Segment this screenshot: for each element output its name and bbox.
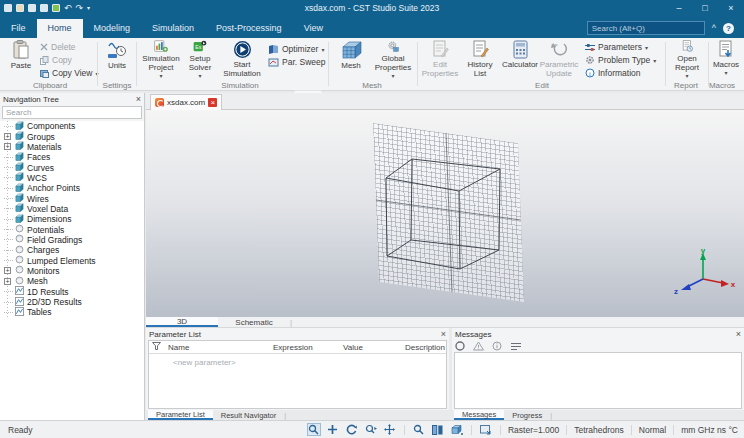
open-report-button[interactable]: Open Report▾ — [668, 40, 706, 80]
tree-item-groups[interactable]: +Groups — [0, 131, 144, 141]
pan-icon[interactable] — [326, 423, 340, 436]
viewport-3d[interactable]: y x z — [146, 110, 744, 317]
delete-button[interactable]: Delete — [40, 41, 76, 53]
maximize-button[interactable]: □ — [692, 0, 718, 16]
paste-button[interactable]: Paste — [4, 40, 38, 80]
mesh-view-button[interactable]: Mesh — [332, 40, 370, 80]
collapse-ribbon-icon[interactable]: ^ — [712, 23, 716, 33]
rotate-icon[interactable] — [345, 423, 359, 436]
column-description[interactable]: Description — [401, 343, 445, 352]
history-list-button[interactable]: History List — [462, 40, 498, 80]
edit-properties-button[interactable]: Edit Properties — [420, 40, 460, 80]
filter-errors-icon[interactable] — [455, 341, 465, 351]
warning-icon[interactable] — [473, 341, 484, 351]
message-list-icon[interactable] — [510, 342, 522, 351]
tab-parameter-list[interactable]: Parameter List — [148, 410, 213, 420]
help-icon[interactable]: ? — [723, 23, 734, 34]
expand-icon[interactable]: + — [4, 278, 11, 285]
close-tab-icon[interactable]: × — [208, 98, 217, 107]
calculator-button[interactable]: Calculator — [499, 40, 541, 80]
tree-search[interactable] — [2, 106, 142, 119]
expand-icon[interactable]: + — [4, 133, 11, 140]
tree-item-tables[interactable]: Tables — [0, 307, 144, 317]
par-sweep-button[interactable]: Par. Sweep — [268, 56, 325, 68]
tab-modeling[interactable]: Modeling — [83, 19, 142, 38]
tree-item-charges[interactable]: Charges — [0, 245, 144, 255]
copy-doc-icon[interactable] — [40, 4, 48, 12]
status-mode[interactable]: Normal — [639, 425, 666, 435]
setup-solver-button[interactable]: Es Setup Solver▾ — [182, 40, 218, 80]
column-expression[interactable]: Expression — [269, 343, 339, 352]
tree-item-field-gradings[interactable]: Field Gradings — [0, 235, 144, 245]
tree-item-lumped-elements[interactable]: Lumped Elements — [0, 255, 144, 265]
parameters-button[interactable]: Parameters▾ — [585, 41, 648, 53]
close-icon[interactable]: × — [441, 329, 446, 339]
minimize-button[interactable]: – — [666, 0, 692, 16]
zoom-select-icon[interactable] — [307, 423, 321, 436]
tab-post-processing[interactable]: Post-Processing — [205, 19, 293, 38]
close-icon[interactable]: × — [736, 329, 741, 339]
open-file-icon[interactable] — [16, 4, 24, 12]
expand-icon[interactable]: + — [4, 267, 11, 274]
tree-item-2d3d-results[interactable]: 2D/3D Results — [0, 297, 144, 307]
zoom-icon[interactable] — [412, 423, 426, 436]
tree-item-anchor-points[interactable]: Anchor Points — [0, 183, 144, 193]
ribbon-search[interactable] — [587, 21, 705, 35]
tab-3d[interactable]: 3D — [146, 317, 218, 327]
document-tab[interactable]: xsdax.com × — [150, 94, 222, 110]
tree-item-1d-results[interactable]: 1D Results — [0, 287, 144, 297]
move-icon[interactable] — [383, 423, 397, 436]
tree-item-materials[interactable]: +Materials — [0, 142, 144, 152]
tree-item-potentials[interactable]: Potentials — [0, 224, 144, 234]
expand-icon[interactable]: + — [4, 143, 11, 150]
problem-type-button[interactable]: Problem Type▾ — [585, 54, 656, 66]
dynamic-zoom-icon[interactable] — [364, 423, 378, 436]
import-icon[interactable] — [52, 4, 60, 12]
tree-item-voxel-data[interactable]: Voxel Data — [0, 204, 144, 214]
bounding-box-icon[interactable] — [450, 423, 464, 436]
tab-simulation[interactable]: Simulation — [141, 19, 205, 38]
tree-item-dimensions[interactable]: Dimensions — [0, 214, 144, 224]
status-mesh-type[interactable]: Tetrahedrons — [574, 425, 624, 435]
tab-schematic[interactable]: Schematic — [218, 317, 290, 327]
tree-search-input[interactable] — [6, 108, 138, 117]
tree-item-components[interactable]: Components — [0, 121, 144, 131]
close-button[interactable]: × — [718, 0, 744, 16]
ribbon-search-input[interactable] — [592, 24, 702, 33]
tree-item-faces[interactable]: Faces — [0, 152, 144, 162]
units-button[interactable]: Units — [100, 40, 134, 80]
save-icon[interactable] — [28, 4, 36, 12]
tab-view[interactable]: View — [293, 19, 334, 38]
qat-customize-icon[interactable]: ▾ — [87, 4, 90, 12]
tree-item-monitors[interactable]: +Monitors — [0, 266, 144, 276]
redo-icon[interactable]: ↷ — [76, 4, 84, 12]
simulation-project-button[interactable]: Simulation Project▾ — [140, 40, 182, 80]
new-parameter-row[interactable]: <new parameter> — [149, 354, 446, 367]
filter-icon[interactable] — [152, 342, 161, 350]
tree-item-mesh[interactable]: +Mesh — [0, 276, 144, 286]
global-properties-button[interactable]: Global Properties▾ — [372, 40, 414, 80]
tree-item-curves[interactable]: Curves — [0, 162, 144, 172]
info-icon[interactable] — [492, 341, 502, 351]
tree-item-wcs[interactable]: WCS — [0, 173, 144, 183]
copy-view-button[interactable]: Copy View▾ — [40, 67, 99, 79]
column-value[interactable]: Value — [339, 343, 401, 352]
close-icon[interactable]: × — [136, 94, 141, 104]
start-simulation-button[interactable]: Start Simulation — [220, 40, 264, 80]
tree-item-wires[interactable]: Wires — [0, 193, 144, 203]
tab-home[interactable]: Home — [37, 19, 83, 38]
parametric-update-button[interactable]: a= Parametric Update — [538, 40, 580, 80]
column-name[interactable]: Name — [164, 343, 269, 352]
screenshot-icon[interactable] — [479, 423, 493, 436]
split-view-icon[interactable] — [431, 423, 445, 436]
information-button[interactable]: i Information — [585, 67, 641, 79]
tab-file[interactable]: File — [0, 19, 37, 38]
undo-icon[interactable]: ↶ — [64, 4, 72, 12]
copy-button[interactable]: Copy — [40, 54, 72, 66]
tab-messages[interactable]: Messages — [454, 410, 504, 420]
status-units[interactable]: mm GHz ns °C — [681, 425, 738, 435]
macros-button[interactable]: Macros▾ — [710, 40, 742, 80]
tab-result-navigator[interactable]: Result Navigator — [213, 410, 284, 420]
tab-progress[interactable]: Progress — [504, 410, 550, 420]
new-file-icon[interactable] — [4, 4, 12, 12]
